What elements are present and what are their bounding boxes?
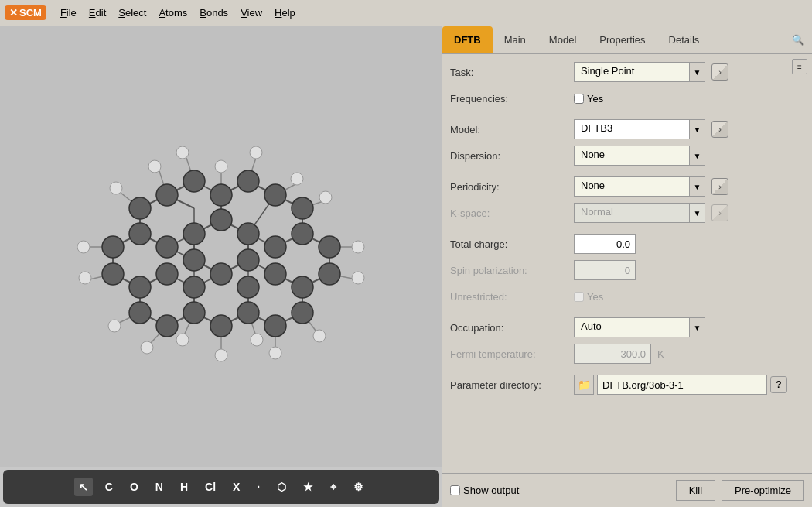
svg-point-87 (156, 263, 178, 285)
frequencies-checkbox[interactable] (574, 94, 584, 104)
chlorine-tool-btn[interactable]: Cl (200, 478, 220, 496)
chevron-down-icon: ▼ (694, 152, 701, 160)
svg-point-65 (237, 223, 259, 245)
cursor-tool-btn[interactable]: ↖ (74, 478, 93, 496)
total-charge-input[interactable] (574, 234, 636, 254)
task-nav-btn[interactable]: › (711, 63, 728, 81)
molecule-viewer[interactable] (0, 26, 442, 467)
x-tool-btn[interactable]: X (228, 478, 244, 496)
occupation-dropdown[interactable]: Auto (574, 317, 690, 337)
measure-tool-btn[interactable]: ⌖ (326, 478, 341, 497)
task-dropdown[interactable]: Single Point (574, 62, 690, 82)
periodicity-dropdown-wrapper: None ▼ (574, 176, 705, 197)
main-layout: ↖ C O N H Cl X · ⬡ ★ ⌖ ⚙ DFTB Main Model (0, 26, 812, 507)
fermi-temp-input (574, 344, 651, 364)
svg-point-92 (102, 236, 124, 258)
dot-tool-btn[interactable]: · (252, 478, 264, 496)
frequencies-row: Frequencies: Yes (450, 88, 804, 108)
tab-model[interactable]: Model (537, 26, 588, 53)
model-dropdown[interactable]: DFTB3 (574, 119, 690, 139)
model-dropdown-arrow[interactable]: ▼ (690, 119, 705, 139)
tab-details[interactable]: Details (657, 26, 711, 53)
svg-point-77 (292, 276, 313, 298)
chevron-down-icon: ▼ (694, 125, 701, 134)
svg-point-108 (141, 341, 153, 354)
chevron-down-icon: ▼ (694, 209, 701, 218)
model-nav-btn[interactable]: › (711, 121, 728, 138)
fermi-temp-control: K (574, 344, 664, 364)
svg-point-99 (291, 173, 303, 185)
kill-button[interactable]: Kill (676, 480, 715, 501)
svg-point-93 (129, 302, 151, 324)
svg-point-91 (102, 263, 124, 285)
menu-view[interactable]: View (234, 4, 268, 22)
svg-point-84 (210, 315, 232, 337)
svg-point-111 (77, 241, 90, 253)
menu-atoms[interactable]: Atoms (152, 4, 193, 22)
periodicity-label: Periodicity: (450, 181, 574, 193)
dispersion-row: Dispersion: None ▼ (450, 146, 804, 166)
param-dir-input[interactable] (597, 375, 767, 395)
svg-point-85 (183, 302, 205, 324)
kspace-nav-btn: › (711, 204, 728, 221)
kspace-dropdown: Normal (574, 203, 690, 223)
dispersion-dropdown-wrapper: None ▼ (574, 146, 705, 166)
task-dropdown-arrow[interactable]: ▼ (690, 62, 705, 82)
oxygen-tool-btn[interactable]: O (125, 478, 143, 496)
dispersion-dropdown[interactable]: None (574, 146, 690, 166)
unrestricted-yes-label: Yes (587, 291, 603, 303)
left-panel: ↖ C O N H Cl X · ⬡ ★ ⌖ ⚙ (0, 26, 442, 507)
help-btn[interactable]: ? (770, 376, 787, 393)
svg-point-88 (156, 236, 178, 258)
svg-point-74 (292, 223, 313, 245)
show-output-checkbox[interactable] (450, 485, 460, 495)
star-tool-btn[interactable]: ★ (299, 478, 318, 496)
periodicity-dropdown[interactable]: None (574, 176, 690, 197)
dispersion-dropdown-arrow[interactable]: ▼ (690, 146, 705, 166)
param-dir-label: Parameter directory: (450, 379, 574, 391)
menu-file[interactable]: File (54, 4, 83, 22)
search-tab-btn[interactable]: 🔍 (784, 29, 812, 50)
show-output-wrapper: Show output (450, 485, 519, 496)
scroll-indicator[interactable]: ≡ (792, 59, 807, 74)
kspace-dropdown-wrapper: Normal ▼ (574, 203, 705, 223)
menu-select[interactable]: Select (112, 4, 152, 22)
spin-polarization-label: Spin polarization: (450, 265, 574, 276)
hydrogen-tool-btn[interactable]: H (176, 478, 193, 496)
task-row: Task: Single Point ▼ › (450, 62, 804, 82)
periodicity-dropdown-arrow[interactable]: ▼ (690, 176, 705, 197)
pre-optimize-button[interactable]: Pre-optimize (722, 480, 804, 501)
tab-properties[interactable]: Properties (588, 26, 657, 53)
model-row: Model: DFTB3 ▼ › (450, 119, 804, 139)
tabs: DFTB Main Model Properties Details 🔍 (442, 26, 812, 54)
menubar: ✕ SCM File Edit Select Atoms Bonds View … (0, 0, 812, 26)
tab-dftb[interactable]: DFTB (442, 26, 493, 53)
svg-point-110 (79, 272, 91, 284)
nitrogen-tool-btn[interactable]: N (151, 478, 168, 496)
occupation-dropdown-wrapper: Auto ▼ (574, 317, 705, 337)
kspace-dropdown-arrow: ▼ (690, 203, 705, 223)
chevron-down-icon: ▼ (694, 68, 701, 77)
svg-point-102 (352, 272, 364, 284)
tab-main[interactable]: Main (493, 26, 537, 53)
folder-btn[interactable]: 📁 (574, 375, 594, 395)
svg-point-80 (292, 302, 313, 324)
carbon-tool-btn[interactable]: C (101, 478, 118, 496)
scm-logo-text: SCM (19, 7, 42, 19)
ring-tool-btn[interactable]: ⬡ (272, 478, 291, 496)
occupation-dropdown-arrow[interactable]: ▼ (690, 317, 705, 337)
svg-point-86 (183, 276, 205, 298)
kspace-row: K-space: Normal ▼ › (450, 203, 804, 223)
menu-edit[interactable]: Edit (83, 4, 112, 22)
scm-logo[interactable]: ✕ SCM (5, 5, 46, 20)
task-control: Single Point ▼ › (574, 62, 728, 82)
menu-help[interactable]: Help (268, 4, 302, 22)
dispersion-label: Dispersion: (450, 150, 574, 162)
model-dropdown-wrapper: DFTB3 ▼ (574, 119, 705, 139)
svg-point-68 (183, 249, 205, 271)
right-panel: DFTB Main Model Properties Details 🔍 ≡ (442, 26, 812, 507)
occupation-row: Occupation: Auto ▼ (450, 317, 804, 337)
periodicity-nav-btn[interactable]: › (711, 178, 728, 195)
menu-bonds[interactable]: Bonds (193, 4, 234, 22)
settings-tool-btn[interactable]: ⚙ (349, 478, 368, 496)
